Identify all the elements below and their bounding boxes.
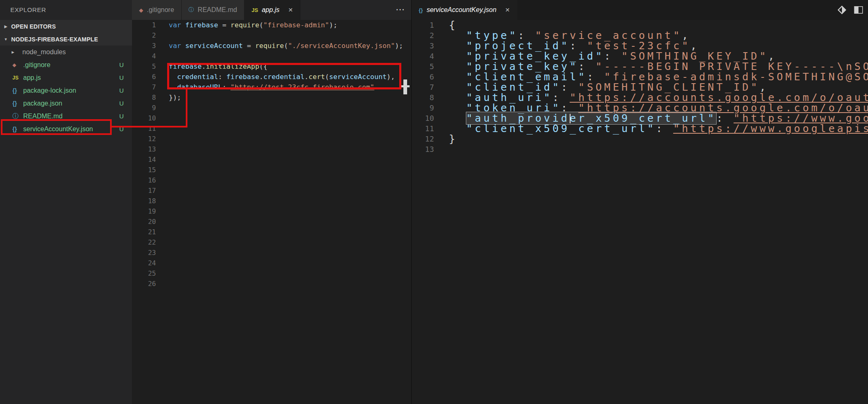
file-item-package-lock.json[interactable]: {}package-lock.jsonU: [0, 84, 132, 97]
line-number: 7: [412, 82, 434, 92]
code-line[interactable]: 1{: [412, 20, 868, 30]
line-number: 12: [412, 134, 434, 144]
code-text: credential: firebase.credential.cert(ser…: [169, 72, 395, 82]
tab-.gitignore[interactable]: ◆.gitignore: [132, 0, 182, 20]
file-name: app.js: [23, 74, 41, 82]
code-line[interactable]: 9 "token_uri": "https://accounts.google.…: [412, 103, 868, 113]
code-text: var serviceAccount = require("./serviceA…: [169, 41, 403, 51]
line-number: 13: [132, 144, 156, 154]
tab-label: app.js: [262, 6, 280, 14]
code-line[interactable]: 2 "type": "service_account",: [412, 30, 868, 41]
code-line[interactable]: 9: [132, 103, 411, 113]
code-left[interactable]: 1var firebase = require("firebase-admin"…: [132, 20, 411, 404]
code-line[interactable]: 26: [132, 279, 411, 289]
js-icon: JS: [12, 75, 23, 81]
project-header[interactable]: ▼ NODEJS-FIREBASE-EXAMPLE: [0, 33, 132, 46]
line-number: 24: [132, 258, 156, 268]
code-text: "private_key": "-----BEGIN PRIVATE KEY--…: [449, 61, 868, 72]
tab-serviceAccountKey-json[interactable]: {} serviceAccountKey.json ✕: [412, 0, 518, 20]
tab-label: serviceAccountKey.json: [427, 6, 496, 14]
code-line[interactable]: 12}: [412, 134, 868, 144]
file-name: serviceAccountKey.json: [23, 125, 93, 133]
code-line[interactable]: 4 "private_key_id": "SOMTHING_KEY_ID",: [412, 51, 868, 61]
json-icon: {}: [419, 7, 423, 13]
line-number: 10: [412, 113, 434, 123]
code-line[interactable]: 15: [132, 165, 411, 175]
line-number: 17: [132, 185, 156, 196]
file-item-serviceAccountKey.json[interactable]: {}serviceAccountKey.jsonU: [0, 123, 132, 135]
git-icon: ◆: [12, 62, 23, 68]
code-line[interactable]: 25: [132, 268, 411, 279]
project-label: NODEJS-FIREBASE-EXAMPLE: [11, 36, 98, 43]
code-line[interactable]: 7 databaseURL: "https://test-23cfc.fireb…: [132, 82, 411, 92]
code-line[interactable]: 21: [132, 227, 411, 237]
code-text: "client_email": "firebase-adminsdk-SOMET…: [449, 72, 868, 82]
line-number: 25: [132, 268, 156, 279]
code-line[interactable]: 13: [412, 144, 868, 154]
close-icon[interactable]: ✕: [288, 7, 293, 13]
tab-README.md[interactable]: ⓘREADME.md: [182, 0, 245, 20]
code-line[interactable]: 11: [132, 123, 411, 134]
code-text: {: [449, 20, 458, 30]
split-editor-icon[interactable]: [853, 5, 864, 15]
code-line[interactable]: 4: [132, 51, 411, 61]
code-line[interactable]: 17: [132, 185, 411, 196]
code-line[interactable]: 5 "private_key": "-----BEGIN PRIVATE KEY…: [412, 61, 868, 72]
line-number: 6: [132, 72, 156, 82]
code-text: "type": "service_account",: [449, 30, 691, 41]
code-line[interactable]: 5firebase.initializeApp({: [132, 61, 411, 72]
tab-app.js[interactable]: JSapp.js✕: [245, 0, 300, 20]
code-text: "token_uri": "https://accounts.google.co…: [449, 103, 868, 113]
file-name: node_modules: [22, 48, 66, 56]
code-line[interactable]: 12: [132, 134, 411, 144]
code-line[interactable]: 6 credential: firebase.credential.cert(s…: [132, 72, 411, 82]
code-line[interactable]: 2: [132, 30, 411, 41]
code-text: var firebase = require("firebase-admin")…: [169, 20, 337, 30]
code-line[interactable]: 16: [132, 175, 411, 185]
text-cursor: [570, 114, 571, 123]
code-line[interactable]: 24: [132, 258, 411, 268]
line-number: 16: [132, 175, 156, 185]
line-number: 14: [132, 154, 156, 165]
line-number: 12: [132, 134, 156, 144]
code-line[interactable]: 10: [132, 113, 411, 123]
code-line[interactable]: 19: [132, 206, 411, 216]
line-number: 13: [412, 144, 434, 154]
sidebar-title: EXPLORER: [0, 0, 132, 20]
code-line[interactable]: 3 "project_id": "test-23cfc",: [412, 41, 868, 51]
code-line[interactable]: 8});: [132, 92, 411, 103]
file-item-.gitignore[interactable]: ◆.gitignoreU: [0, 58, 132, 71]
code-line[interactable]: 11 "client_x509_cert_url": "https://www.…: [412, 123, 868, 134]
code-right[interactable]: 1{2 "type": "service_account",3 "project…: [412, 20, 868, 404]
code-line[interactable]: 3var serviceAccount = require("./service…: [132, 41, 411, 51]
code-line[interactable]: 14: [132, 154, 411, 165]
code-line[interactable]: 18: [132, 196, 411, 206]
code-line[interactable]: 20: [132, 216, 411, 227]
git-status-badge: U: [119, 113, 124, 120]
code-line[interactable]: 13: [132, 144, 411, 154]
code-line[interactable]: 23: [132, 248, 411, 258]
code-text: "private_key_id": "SOMTHING_KEY_ID",: [449, 51, 777, 61]
code-line[interactable]: 7 "client_id": "SOMEHITNG_CLIENT_ID",: [412, 82, 868, 92]
info-icon: ⓘ: [12, 112, 23, 120]
file-item-README.md[interactable]: ⓘREADME.mdU: [0, 110, 132, 123]
more-actions-icon[interactable]: ⋯: [396, 0, 405, 20]
file-item-node_modules[interactable]: ▸node_modules: [0, 46, 132, 58]
file-item-app.js[interactable]: JSapp.jsU: [0, 71, 132, 84]
line-number: 1: [412, 20, 434, 30]
open-editors-header[interactable]: ▶ OPEN EDITORS: [0, 20, 132, 33]
tab-label: .gitignore: [147, 6, 174, 14]
git-icon: ◆: [139, 7, 143, 13]
code-line[interactable]: 10 "auth_provider_x509_cert_url": "https…: [412, 113, 868, 123]
git-status-badge: U: [119, 100, 124, 107]
code-line[interactable]: 22: [132, 237, 411, 248]
line-number: 11: [132, 123, 156, 134]
close-icon[interactable]: ✕: [505, 7, 510, 13]
code-line[interactable]: 6 "client_email": "firebase-adminsdk-SOM…: [412, 72, 868, 82]
code-line[interactable]: 8 "auth_uri": "https://accounts.google.c…: [412, 92, 868, 103]
open-changes-icon[interactable]: [837, 5, 847, 15]
line-number: 3: [132, 41, 156, 51]
file-item-package.json[interactable]: {}package.jsonU: [0, 97, 132, 110]
file-name: package.json: [23, 100, 62, 107]
code-line[interactable]: 1var firebase = require("firebase-admin"…: [132, 20, 411, 30]
